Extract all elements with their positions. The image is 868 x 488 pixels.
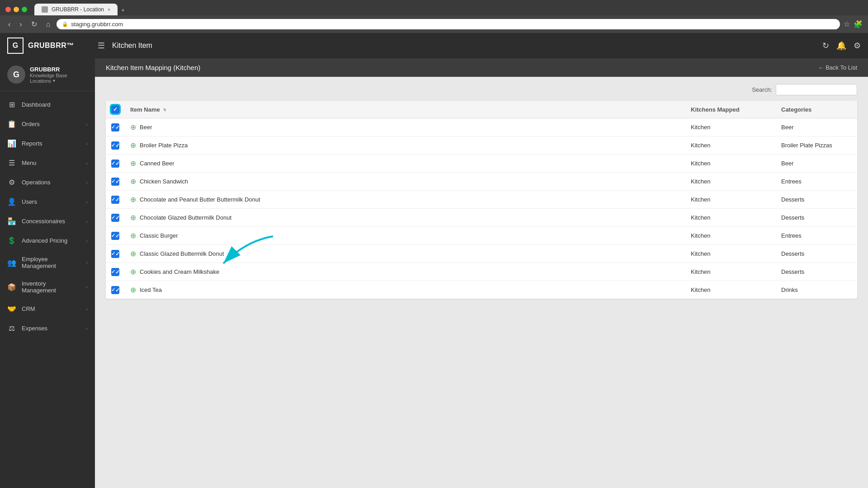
location-chevron-icon: ▾	[53, 78, 55, 83]
nav-home-button[interactable]: ⌂	[43, 19, 53, 29]
row-checkbox[interactable]: ✓	[111, 196, 119, 204]
td-kitchens: Kitchen	[685, 136, 776, 155]
sidebar-item-dashboard[interactable]: ⊞ Dashboard	[0, 95, 95, 114]
browser-tab-active[interactable]: GRUBBRR - Location ×	[34, 4, 118, 15]
tab-bar: GRUBBRR - Location × +	[34, 4, 131, 15]
row-checkbox[interactable]: ✓	[111, 268, 119, 276]
settings-icon[interactable]: ⚙	[854, 41, 861, 51]
bookmark-icon[interactable]: ☆	[844, 20, 850, 28]
row-checkbox[interactable]: ✓	[111, 160, 119, 168]
td-categories: Beer	[776, 118, 857, 136]
close-button[interactable]	[5, 7, 11, 12]
row-checkbox[interactable]: ✓	[111, 232, 119, 240]
browser-nav: ‹ › ↻ ⌂ 🔒 staging.grubbrr.com ☆ 🧩	[0, 15, 868, 33]
th-item-name: Item Name ⇅	[125, 101, 685, 118]
row-checkbox[interactable]: ✓	[111, 286, 119, 294]
table-row: ✓ ⊕ Cookies and Cream Milkshake	[106, 263, 857, 281]
ssl-lock-icon: 🔒	[62, 21, 68, 27]
back-to-list-link[interactable]: ← Back To List	[818, 64, 857, 71]
td-kitchens: Kitchen	[685, 263, 776, 281]
sort-icon[interactable]: ⇅	[163, 108, 166, 112]
sidebar-item-orders[interactable]: 📋 Orders ›	[0, 114, 95, 134]
sidebar-nav: ⊞ Dashboard 📋 Orders › 📊 Reports › ☰ Men…	[0, 91, 95, 342]
td-item-name: ⊕ Canned Beer	[125, 155, 685, 173]
app-logo: G	[7, 38, 24, 54]
sidebar-item-menu[interactable]: ☰ Menu ›	[0, 153, 95, 173]
new-tab-button[interactable]: +	[118, 5, 131, 15]
select-all-checkbox[interactable]: ✓	[111, 105, 119, 113]
profile-location[interactable]: Locations ▾	[30, 78, 88, 84]
dashboard-icon: ⊞	[7, 100, 16, 109]
profile-info: GRUBBRR Knowledge Base Locations ▾	[30, 66, 88, 84]
item-status-icon: ⊕	[130, 141, 136, 150]
chevron-right-icon: ›	[86, 326, 88, 331]
users-icon: 👤	[7, 197, 16, 206]
inventory-icon: 📦	[7, 283, 16, 291]
pricing-icon: 💲	[7, 236, 16, 245]
content-header: Kitchen Item Mapping (Kitchen) ← Back To…	[95, 58, 868, 77]
nav-refresh-button[interactable]: ↻	[28, 19, 40, 29]
td-checkbox: ✓	[106, 263, 125, 281]
sidebar-item-employee-management[interactable]: 👥 Employee Management ›	[0, 250, 95, 275]
chevron-right-icon: ›	[86, 122, 88, 127]
sidebar-item-reports[interactable]: 📊 Reports ›	[0, 134, 95, 153]
profile-subtitle: Knowledge Base	[30, 73, 88, 78]
sidebar-item-users[interactable]: 👤 Users ›	[0, 192, 95, 211]
sidebar-item-label: Concessionaires	[22, 218, 80, 225]
crm-icon: 🤝	[7, 305, 16, 313]
td-item-name: ⊕ Chocolate and Peanut Butter Buttermilk…	[125, 191, 685, 209]
sidebar-profile: G GRUBBRR Knowledge Base Locations ▾	[0, 58, 95, 91]
expenses-icon: ⚖	[7, 324, 16, 333]
sidebar-item-label: Reports	[22, 140, 80, 147]
item-status-icon: ⊕	[130, 195, 136, 204]
content-title: Kitchen Item Mapping (Kitchen)	[106, 64, 200, 71]
window-controls	[5, 7, 27, 12]
sidebar-item-expenses[interactable]: ⚖ Expenses ›	[0, 319, 95, 338]
sidebar-item-label: Menu	[22, 160, 80, 166]
maximize-button[interactable]	[22, 7, 27, 12]
th-kitchens-mapped: Kitchens Mapped	[685, 101, 776, 118]
chevron-right-icon: ›	[86, 199, 88, 205]
reports-icon: 📊	[7, 139, 16, 148]
hamburger-menu-button[interactable]: ☰	[98, 41, 105, 51]
td-item-name: ⊕ Classic Burger	[125, 227, 685, 245]
th-categories: Categories	[776, 101, 857, 118]
table-row: ✓ ⊕ Iced Tea Kitch	[106, 281, 857, 299]
td-categories: Beer	[776, 155, 857, 173]
sidebar-item-concessionaires[interactable]: 🏪 Concessionaires ›	[0, 211, 95, 231]
row-checkbox[interactable]: ✓	[111, 178, 119, 186]
address-bar[interactable]: 🔒 staging.grubbrr.com	[57, 19, 840, 29]
refresh-icon[interactable]: ↻	[822, 41, 829, 51]
sidebar-item-inventory-management[interactable]: 📦 Inventory Management ›	[0, 275, 95, 299]
nav-forward-button[interactable]: ›	[17, 19, 24, 29]
table-row: ✓ ⊕ Chicken Sandwich	[106, 173, 857, 191]
sidebar-item-crm[interactable]: 🤝 CRM ›	[0, 299, 95, 319]
item-status-icon: ⊕	[130, 213, 136, 222]
row-checkbox[interactable]: ✓	[111, 214, 119, 222]
td-categories: Drinks	[776, 281, 857, 299]
sidebar-item-operations[interactable]: ⚙ Operations ›	[0, 173, 95, 192]
search-input[interactable]	[776, 84, 857, 95]
sidebar: G GRUBBRR Knowledge Base Locations ▾ ⊞ D…	[0, 58, 95, 488]
row-checkbox[interactable]: ✓	[111, 250, 119, 258]
td-categories: Desserts	[776, 209, 857, 227]
sidebar-item-advanced-pricing[interactable]: 💲 Advanced Pricing ›	[0, 231, 95, 250]
page-title: Kitchen Item	[112, 42, 822, 50]
search-label: Search:	[752, 86, 772, 93]
nav-back-button[interactable]: ‹	[5, 19, 13, 29]
sidebar-item-label: Dashboard	[22, 101, 88, 108]
td-item-name: ⊕ Cookies and Cream Milkshake	[125, 263, 685, 281]
orders-icon: 📋	[7, 120, 16, 128]
notifications-icon[interactable]: 🔔	[836, 41, 846, 51]
app-header: G GRUBBRR™ ☰ Kitchen Item ↻ 🔔 ⚙	[0, 33, 868, 58]
table-row: ✓ ⊕ Chocolate and Peanut Butter Buttermi…	[106, 191, 857, 209]
tab-close-button[interactable]: ×	[108, 7, 110, 12]
row-checkbox[interactable]: ✓	[111, 123, 119, 131]
extensions-icon[interactable]: 🧩	[854, 20, 863, 28]
td-categories: Broiler Plate Pizzas	[776, 136, 857, 155]
menu-icon: ☰	[7, 159, 16, 167]
sidebar-item-label: Inventory Management	[22, 280, 80, 294]
minimize-button[interactable]	[14, 7, 19, 12]
row-checkbox[interactable]: ✓	[111, 141, 119, 150]
chevron-right-icon: ›	[86, 238, 88, 244]
